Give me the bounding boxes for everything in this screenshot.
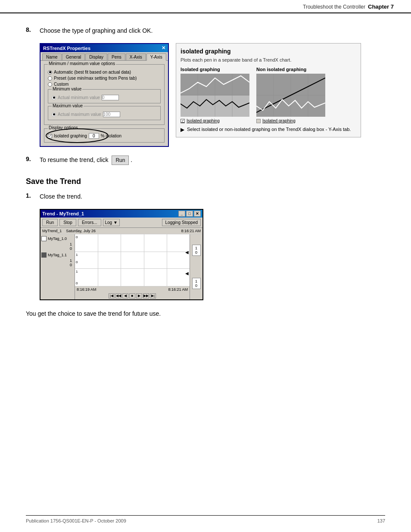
min-value-title: Minimum value xyxy=(52,87,82,91)
isolated-caption-text: Isolated graphing xyxy=(187,118,220,123)
tag-row-2: MyTag_1.1 xyxy=(41,252,74,258)
tab-yaxis[interactable]: Y-Axis xyxy=(146,53,166,61)
isolated-graph-label: Isolated graphing xyxy=(181,67,220,72)
group-title: Minimum / maximum value options xyxy=(48,61,116,66)
radio-preset-btn[interactable] xyxy=(48,76,52,81)
tag-color-1 xyxy=(41,236,47,241)
trend-title: Trend - MyTrend_1 xyxy=(42,211,84,216)
close-btn[interactable]: ✕ xyxy=(194,211,201,217)
isolated-graph-caption: ✓ Isolated graphing xyxy=(181,118,220,123)
tag-value-2: 10 xyxy=(41,258,74,267)
radio-preset[interactable]: Preset (use min/max setting from Pens ta… xyxy=(48,76,161,81)
save-para-text: You get the choice to save the trend for… xyxy=(26,309,385,318)
trend-time-label: 8:16:21 AM xyxy=(181,229,201,233)
tab-pens[interactable]: Pens xyxy=(108,53,125,60)
grid-v2 xyxy=(121,234,121,286)
grid-v3 xyxy=(144,234,144,286)
scroll-arrow-top[interactable]: ◀ xyxy=(185,250,189,255)
tag-name-2: MyTag_1.1 xyxy=(48,253,67,257)
trend-titlebar: Trend - MyTrend_1 _ □ ✕ xyxy=(40,210,202,218)
scale-zero-2: 0 xyxy=(76,260,78,264)
grid-h1 xyxy=(75,252,190,252)
display-options-title: Display options xyxy=(48,125,79,130)
isolated-caption-check: ✓ xyxy=(181,119,185,123)
info-box-title: isolated graphing xyxy=(181,48,356,55)
run-btn[interactable]: Run xyxy=(42,219,58,226)
trend-chart: 0 1 0 1 0 ◀ ◀ xyxy=(75,234,190,286)
nav-end[interactable]: ▶| xyxy=(150,293,156,299)
step-9: 9. To resume the trend, click Run . xyxy=(26,156,385,165)
step-9-number: 9. xyxy=(26,156,34,165)
tab-general[interactable]: General xyxy=(62,53,85,60)
step-8: 8. Choose the type of graphing and click… xyxy=(26,26,385,35)
non-isolated-graph-caption: Isolated graphing xyxy=(256,118,296,123)
dialog-titlebar: RSTrendX Properties ✕ xyxy=(40,44,168,52)
scale-bottom: 0 xyxy=(76,281,78,285)
radio-automatic[interactable]: Automatic (best fit based on actual data… xyxy=(48,70,161,75)
tag-value-1: 10 xyxy=(41,242,74,251)
log-btn[interactable]: Log ▼ xyxy=(103,219,120,226)
header-section-title: Troubleshoot the Controller xyxy=(303,4,365,10)
minimize-btn[interactable]: _ xyxy=(178,211,185,217)
actual-min-radio[interactable] xyxy=(52,96,56,100)
non-isolated-graph-canvas xyxy=(256,74,325,117)
non-isolated-caption-check xyxy=(256,119,261,123)
trend-timestamps: 8:16:19 AM 8:16:21 AM xyxy=(75,286,190,292)
maximize-btn[interactable]: □ xyxy=(186,211,193,217)
nav-prev-big[interactable]: ◀◀ xyxy=(115,293,121,299)
display-options-group: Display options ✓ Isolated graphing % is… xyxy=(44,128,165,143)
arrow-text: Select isolated or non-isolated graphing… xyxy=(187,127,351,132)
dialog-tabs: Name General Display Pens X-Axis Y-Axis xyxy=(40,52,168,61)
screenshot-area: RSTrendX Properties ✕ Name General Displ… xyxy=(40,43,385,147)
isolated-checkbox[interactable]: ✓ xyxy=(48,134,52,138)
actual-min-input[interactable] xyxy=(102,95,119,100)
run-button-inline[interactable]: Run xyxy=(112,156,129,165)
tag-row-1: MyTag_1.0 xyxy=(41,236,74,241)
dialog-close-icon[interactable]: ✕ xyxy=(162,45,165,51)
step-8-number: 8. xyxy=(26,26,34,35)
radio-automatic-label: Automatic (best fit based on actual data… xyxy=(54,70,131,75)
isolated-graphing-row: ✓ Isolated graphing % isolation xyxy=(48,133,161,139)
step-save-1: 1. Close the trend. xyxy=(26,192,385,201)
trend-name-label: MyTrend_1 xyxy=(42,229,62,233)
isolation-value-input[interactable] xyxy=(89,133,99,139)
chart-container: 0 1 0 1 0 ◀ ◀ 8:16:19 AM 8:16:21 AM xyxy=(75,234,190,299)
dialog-title: RSTrendX Properties xyxy=(43,46,90,51)
trend-nav-buttons: |◀ ◀◀ ◀ ■ ▶ ▶▶ ▶| xyxy=(75,292,190,299)
page-header: Troubleshoot the Controller Chapter 7 xyxy=(0,0,411,13)
radio-automatic-btn[interactable] xyxy=(48,70,52,75)
nav-prev[interactable]: ◀ xyxy=(122,293,128,299)
trend-right-panel: 10 10 xyxy=(190,234,202,299)
isolated-graph-canvas xyxy=(181,74,249,117)
arrow-icon: ▶ xyxy=(181,127,184,133)
tab-display[interactable]: Display xyxy=(85,53,107,60)
nav-next[interactable]: ▶ xyxy=(136,293,142,299)
actual-max-input[interactable] xyxy=(103,112,120,117)
graphs-row: Isolated graphing xyxy=(181,67,356,123)
non-isolated-caption-text: Isolated graphing xyxy=(262,118,296,123)
radio-custom[interactable]: Custom xyxy=(48,82,161,87)
actual-max-label: Actual maximum value xyxy=(58,112,101,117)
trend-date-label: Saturday, July 26 xyxy=(66,229,96,233)
radio-custom-btn[interactable] xyxy=(48,82,52,87)
radio-custom-label: Custom xyxy=(54,82,68,87)
min-max-group: Minimum / maximum value options Automati… xyxy=(44,64,165,125)
info-box-desc: Plots each pen in a separate band of a T… xyxy=(181,57,356,62)
actual-max-radio[interactable] xyxy=(52,112,56,117)
tab-xaxis[interactable]: X-Axis xyxy=(126,53,146,60)
tag-name-1: MyTag_1.0 xyxy=(48,236,67,241)
trend-toolbar: Run Stop Errors... Log ▼ Logging Stopped xyxy=(40,218,202,228)
errors-btn[interactable]: Errors... xyxy=(78,219,101,226)
trend-window: Trend - MyTrend_1 _ □ ✕ Run Stop Errors.… xyxy=(40,209,203,300)
nav-next-big[interactable]: ▶▶ xyxy=(143,293,149,299)
scroll-arrow-bottom[interactable]: ◀ xyxy=(185,271,189,276)
stop-btn[interactable]: Stop xyxy=(59,219,76,226)
isolation-label: % isolation xyxy=(101,134,121,138)
nav-stop[interactable]: ■ xyxy=(129,293,135,299)
grid-h2 xyxy=(75,268,190,269)
tab-name[interactable]: Name xyxy=(42,53,62,60)
titlebar-controls: _ □ ✕ xyxy=(178,211,201,217)
nav-start[interactable]: |◀ xyxy=(109,293,115,299)
non-isolated-graph-item: Non isolated graphing xyxy=(256,67,325,123)
status-label: Logging Stopped xyxy=(162,219,201,226)
